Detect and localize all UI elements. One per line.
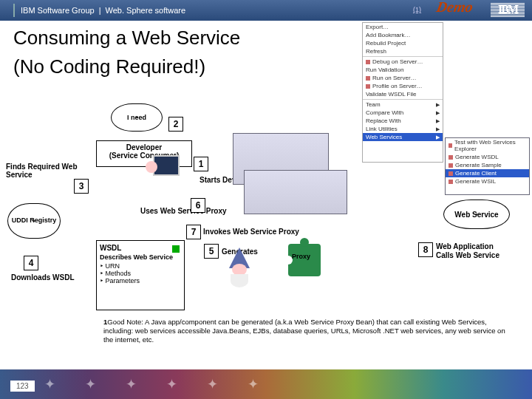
step-7: 7 bbox=[186, 225, 201, 239]
menu-rebuild[interactable]: Rebuild Project bbox=[363, 39, 443, 47]
step-5: 5 bbox=[204, 244, 219, 259]
footnote-text: Good Note: A Java app/component can be g… bbox=[103, 318, 505, 344]
wsdl-badge-icon bbox=[172, 245, 180, 253]
step8-label: Web ApplicationCalls Web Service bbox=[436, 242, 517, 260]
sub-wsil[interactable]: Generate WSIL bbox=[446, 177, 529, 185]
wsdl-desc: Describes Web Service bbox=[100, 253, 181, 261]
ibm-logo: IBM bbox=[491, 3, 525, 18]
menu-link[interactable]: Link Utilities▶ bbox=[363, 125, 443, 133]
invokes-label: Invokes Web Service Proxy bbox=[203, 228, 299, 236]
page-number: 123 bbox=[10, 381, 35, 392]
menu-compare[interactable]: Compare With▶ bbox=[363, 109, 443, 117]
menu-team[interactable]: Team▶ bbox=[363, 100, 443, 109]
product-label: Web. Sphere software bbox=[106, 6, 186, 15]
wsdl-title: WSDL bbox=[100, 244, 181, 252]
slide-title-2: (No Coding Required!) bbox=[0, 50, 532, 78]
wsdl-item-params: Parameters bbox=[100, 277, 181, 284]
step-1: 1 bbox=[194, 157, 208, 171]
menu-validate-wsdl[interactable]: Validate WSDL File bbox=[363, 90, 443, 98]
step-6: 6 bbox=[191, 198, 205, 213]
menu-validation[interactable]: Run Validation bbox=[363, 66, 443, 74]
wsdl-item-urn: URN bbox=[100, 262, 181, 270]
uses-proxy-label: Uses Web Service Proxy bbox=[140, 207, 227, 215]
proxy-icon bbox=[288, 244, 321, 276]
menu-run[interactable]: Run on Server… bbox=[363, 74, 443, 82]
context-menu: Export… Add Bookmark… Rebuild Project Re… bbox=[362, 22, 443, 163]
bottom-bar: ✦✦✦✦✦✦ bbox=[0, 369, 532, 399]
uddi-cloud: UDDI Registry bbox=[7, 203, 61, 239]
finds-label: Finds Required Web Service bbox=[6, 163, 80, 179]
thought-cloud: I need bbox=[111, 103, 163, 132]
step-2: 2 bbox=[168, 117, 183, 132]
sub-test[interactable]: Test with Web Services Explorer bbox=[446, 138, 529, 153]
proxy-label: Proxy bbox=[292, 253, 310, 260]
group-label: IBM Software Group bbox=[21, 6, 95, 15]
step-4: 4 bbox=[24, 256, 38, 270]
app-screenshot-2 bbox=[244, 170, 347, 214]
bar-sep: | bbox=[99, 6, 101, 15]
menu-refresh[interactable]: Refresh bbox=[363, 47, 443, 55]
submenu: Test with Web Services Explorer Generate… bbox=[445, 137, 530, 195]
webservice-cloud: Web Service bbox=[443, 200, 510, 229]
decorative-stars: ✦✦✦✦✦✦ bbox=[44, 376, 288, 392]
developer-pc-icon bbox=[144, 155, 188, 196]
demo-badge: Demo bbox=[435, 0, 474, 16]
diagram-canvas: Export… Add Bookmark… Rebuild Project Re… bbox=[0, 81, 532, 362]
wizard-icon bbox=[222, 248, 259, 288]
wsdl-item-methods: Methods bbox=[100, 270, 181, 277]
step-3: 3 bbox=[74, 179, 89, 194]
bar-divider bbox=[13, 4, 15, 17]
menu-webservices[interactable]: Web Services▶ bbox=[363, 133, 443, 141]
menu-replace[interactable]: Replace With▶ bbox=[363, 117, 443, 125]
wsdl-box: WSDL Describes Web Service URN Methods P… bbox=[96, 240, 185, 310]
header-link[interactable]: (1) bbox=[413, 6, 421, 13]
sub-wsdl[interactable]: Generate WSDL bbox=[446, 153, 529, 161]
menu-bookmark[interactable]: Add Bookmark… bbox=[363, 31, 443, 39]
menu-export[interactable]: Export… bbox=[363, 23, 443, 31]
menu-debug[interactable]: Debug on Server… bbox=[363, 58, 443, 66]
developer-l1: Developer bbox=[99, 143, 189, 151]
slide-title-1: Consuming a Web Service bbox=[0, 21, 532, 50]
downloads-label: Downloads WSDL bbox=[11, 273, 75, 282]
menu-profile[interactable]: Profile on Server… bbox=[363, 82, 443, 90]
footnote: 1Good Note: A Java app/component can be … bbox=[103, 318, 510, 344]
sub-sample[interactable]: Generate Sample bbox=[446, 161, 529, 169]
sub-client[interactable]: Generate Client bbox=[446, 169, 529, 177]
step-8: 8 bbox=[418, 242, 433, 257]
